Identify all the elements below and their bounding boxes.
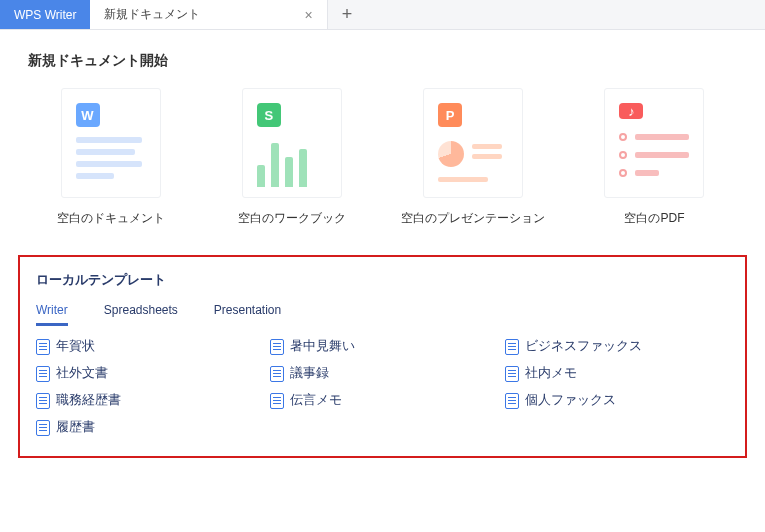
template-item[interactable]: 暑中見舞い	[270, 338, 494, 355]
template-label: 職務経歴書	[56, 392, 121, 409]
tab-spreadsheets[interactable]: Spreadsheets	[104, 303, 178, 326]
template-label: 履歴書	[56, 419, 95, 436]
document-icon	[36, 339, 50, 355]
template-item[interactable]: 社内メモ	[505, 365, 729, 382]
document-icon	[36, 420, 50, 436]
spreadsheet-thumb: S	[242, 88, 342, 198]
document-icon	[505, 339, 519, 355]
document-icon	[36, 366, 50, 382]
writer-icon: W	[76, 103, 100, 127]
tab-writer[interactable]: Writer	[36, 303, 68, 326]
template-label: 社内メモ	[525, 365, 577, 382]
blank-pdf-card[interactable]: ♪ 空白のPDF	[582, 88, 727, 227]
template-item[interactable]: 職務経歴書	[36, 392, 260, 409]
document-icon	[270, 393, 284, 409]
blank-workbook-card[interactable]: S 空白のワークブック	[219, 88, 364, 227]
template-label: 議事録	[290, 365, 329, 382]
template-item[interactable]: 議事録	[270, 365, 494, 382]
blank-document-label: 空白のドキュメント	[38, 210, 183, 227]
document-tab[interactable]: 新規ドキュメント ×	[90, 0, 327, 29]
blank-presentation-card[interactable]: P 空白のプレゼンテーション	[401, 88, 546, 227]
presentation-icon: P	[438, 103, 462, 127]
local-template-tabs: Writer Spreadsheets Presentation	[36, 303, 729, 326]
blank-document-card[interactable]: W 空白のドキュメント	[38, 88, 183, 227]
template-label: 社外文書	[56, 365, 108, 382]
document-tab-label: 新規ドキュメント	[104, 6, 200, 23]
blank-pdf-label: 空白のPDF	[582, 210, 727, 227]
document-icon	[270, 366, 284, 382]
new-document-cards: W 空白のドキュメント S 空白のワークブック P 空白のプレゼンテーション ♪	[38, 88, 727, 227]
spreadsheet-icon: S	[257, 103, 281, 127]
template-grid: 年賀状暑中見舞いビジネスファックス社外文書議事録社内メモ職務経歴書伝言メモ個人フ…	[36, 338, 729, 436]
local-templates-title: ローカルテンプレート	[36, 271, 729, 289]
template-item[interactable]: 社外文書	[36, 365, 260, 382]
new-document-title: 新規ドキュメント開始	[28, 52, 737, 70]
local-templates-section: ローカルテンプレート Writer Spreadsheets Presentat…	[18, 255, 747, 458]
document-icon	[505, 366, 519, 382]
template-label: 伝言メモ	[290, 392, 342, 409]
template-item[interactable]: 年賀状	[36, 338, 260, 355]
template-item[interactable]: 伝言メモ	[270, 392, 494, 409]
document-icon	[505, 393, 519, 409]
close-tab-icon[interactable]: ×	[300, 7, 316, 23]
pdf-icon: ♪	[619, 103, 643, 119]
document-icon	[270, 339, 284, 355]
tab-bar: WPS Writer 新規ドキュメント × +	[0, 0, 765, 30]
template-label: ビジネスファックス	[525, 338, 642, 355]
template-item[interactable]: ビジネスファックス	[505, 338, 729, 355]
template-item[interactable]: 履歴書	[36, 419, 260, 436]
template-label: 個人ファックス	[525, 392, 616, 409]
document-icon	[36, 393, 50, 409]
app-tab[interactable]: WPS Writer	[0, 0, 90, 29]
template-label: 年賀状	[56, 338, 95, 355]
presentation-thumb: P	[423, 88, 523, 198]
pdf-thumb: ♪	[604, 88, 704, 198]
template-label: 暑中見舞い	[290, 338, 355, 355]
template-item[interactable]: 個人ファックス	[505, 392, 729, 409]
new-tab-button[interactable]: +	[328, 0, 367, 29]
blank-workbook-label: 空白のワークブック	[219, 210, 364, 227]
tab-presentation[interactable]: Presentation	[214, 303, 281, 326]
writer-thumb: W	[61, 88, 161, 198]
blank-presentation-label: 空白のプレゼンテーション	[401, 210, 546, 227]
